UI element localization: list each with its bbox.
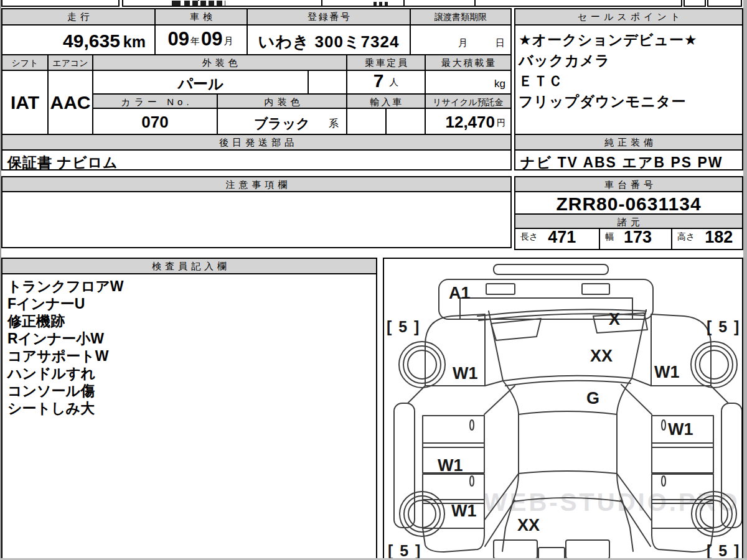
inspector-note-line: シートしみ大 xyxy=(7,399,376,417)
inspection-year: 09 xyxy=(168,29,189,49)
car-door-handle-left-2 xyxy=(470,476,474,486)
car-door-handle-right-2 xyxy=(662,476,665,486)
damage-diagram-box: WEB-STUDIO.PRO xyxy=(383,258,743,560)
damage-label-w1-front-right: W1 xyxy=(654,363,680,381)
sales-point-item: バックカメラ xyxy=(519,50,742,71)
sales-point-item: ★オークションデビュー★ xyxy=(519,30,742,50)
damage-label-w1-front-left: W1 xyxy=(453,364,478,383)
grade-label-top-right: [ 5 ] xyxy=(707,318,740,335)
capacity-header: 乗車定員 xyxy=(346,54,426,71)
inspector-note-line: ハンドルすれ xyxy=(7,365,376,382)
max-load-unit: kg xyxy=(494,78,505,90)
damage-label-g-center: G xyxy=(586,389,599,408)
spec-height: 高さ182 xyxy=(671,228,743,250)
sales-points-box: ★オークションデビュー★ バックカメラ ＥＴＣ フリップダウンモニター xyxy=(514,24,743,135)
scan-margin-right xyxy=(743,0,747,560)
spec-length-label: 長さ xyxy=(515,231,538,246)
damage-label-xx-rear: XX xyxy=(517,516,540,534)
inspector-note-line: コアサポートW xyxy=(7,347,376,365)
capacity-value: 7人 xyxy=(346,70,426,95)
car-windshield-right-edge xyxy=(632,310,646,378)
damage-label-x-front: X xyxy=(609,310,620,329)
car-windshield-top-arc xyxy=(477,309,646,316)
transfer-day-unit: 日 xyxy=(496,37,505,49)
car-front-bumper xyxy=(439,279,653,319)
spec-width-label: 幅 xyxy=(600,231,614,246)
car-body-left-edge xyxy=(502,381,519,551)
color-no-header: カラー No. xyxy=(92,93,218,109)
mileage-unit: km xyxy=(123,33,146,50)
inspector-note-line: コンソール傷 xyxy=(7,382,376,399)
damage-label-a1: A1 xyxy=(449,284,471,302)
inspection-month-unit: 月 xyxy=(223,35,233,49)
damage-label-w1-rear-left: W1 xyxy=(451,502,477,520)
top-cutoff-cell xyxy=(474,0,682,7)
top-row-text-remnant xyxy=(172,1,181,6)
top-row-text-remnant xyxy=(374,2,388,6)
car-front-top-strip xyxy=(494,264,608,274)
car-apillar-left xyxy=(484,381,515,414)
interior-color-value: ブラック 系 xyxy=(217,108,347,135)
top-cutoff-cell xyxy=(403,0,476,7)
shift-value: IAT xyxy=(1,70,49,135)
car-cowl-arc-inner xyxy=(505,381,631,386)
specs-header: 諸元 xyxy=(514,213,743,229)
car-rear-lamp-left xyxy=(494,540,537,559)
inspector-box: トランクフロアW FインナーU 修正機跡 Rインナー小W コアサポートW ハンド… xyxy=(1,273,377,560)
car-windshield-left-edge xyxy=(489,311,503,381)
car-body-right-edge xyxy=(617,378,633,551)
registration-header: 登録番号 xyxy=(247,8,411,26)
car-grille xyxy=(460,298,632,319)
top-cutoff-cell xyxy=(321,0,405,7)
spec-width-value: 173 xyxy=(624,229,652,246)
exterior-color-header: 外装色 xyxy=(92,54,347,71)
inspection-year-unit: 年 xyxy=(190,35,200,49)
sales-point-item: フリップダウンモニター xyxy=(519,91,742,112)
top-cutoff-cell xyxy=(1,0,120,7)
car-roof-front-seam xyxy=(519,411,617,414)
recycle-fee-unit: 円 xyxy=(497,118,505,130)
car-damage-diagram: WEB-STUDIO.PRO xyxy=(384,259,742,559)
wheel-front-left xyxy=(399,342,445,388)
max-load-value: kg xyxy=(425,70,512,95)
mileage-value: 49,635km xyxy=(1,24,156,55)
damage-label-w1-door-right: W1 xyxy=(668,420,693,439)
max-load-header: 最大積載量 xyxy=(425,54,512,71)
aircon-value: AAC xyxy=(47,70,93,135)
later-shipping-value: 保証書 ナビロム xyxy=(1,149,512,170)
chassis-no-header: 車台番号 xyxy=(514,176,743,192)
import-car-value-cell xyxy=(346,108,387,135)
sales-points-header: セールスポイント xyxy=(514,8,743,26)
equipment-header: 純正装備 xyxy=(514,134,743,151)
equipment-value: ナビ TV ABS エアB PS PW xyxy=(514,149,743,170)
spec-width: 幅173 xyxy=(599,228,672,250)
car-fender-left-connector xyxy=(408,386,425,403)
damage-label-xx-front: XX xyxy=(590,347,613,365)
inspection-value: 09年09月 xyxy=(154,24,248,55)
import-car-header: 輸入車 xyxy=(346,93,426,109)
car-wiper-left xyxy=(491,319,541,340)
car-wiper-right xyxy=(593,313,647,333)
damage-label-w1-slide-left: W1 xyxy=(438,456,463,475)
shift-header: シフト xyxy=(1,54,49,71)
top-cutoff-cell xyxy=(684,0,706,7)
car-rear-quarter-right xyxy=(652,528,713,552)
transfer-docs-header: 譲渡書類期限 xyxy=(410,8,512,26)
transfer-docs-value: 月日 xyxy=(410,24,512,55)
exterior-color-empty-cell xyxy=(308,70,347,95)
grade-label-bottom-right: [ 5 ] xyxy=(707,542,740,559)
grade-label-top-left: [ 5 ] xyxy=(387,318,420,335)
inspector-note-line: Rインナー小W xyxy=(7,330,376,347)
capacity-unit: 人 xyxy=(389,77,398,90)
inspector-note-line: 修正機跡 xyxy=(7,312,376,330)
spec-height-value: 182 xyxy=(705,229,733,246)
wheel-front-right xyxy=(691,342,737,388)
inspector-header: 検査員記入欄 xyxy=(1,258,377,274)
transfer-month-unit: 月 xyxy=(458,37,467,49)
mileage-header: 走行 xyxy=(1,8,156,26)
car-cowl-arc xyxy=(503,376,632,381)
car-rear-quarter-left xyxy=(423,528,484,552)
car-rear-center xyxy=(538,548,565,559)
interior-color-header: 内装色 xyxy=(217,93,347,109)
inspection-header: 車検 xyxy=(154,8,248,26)
